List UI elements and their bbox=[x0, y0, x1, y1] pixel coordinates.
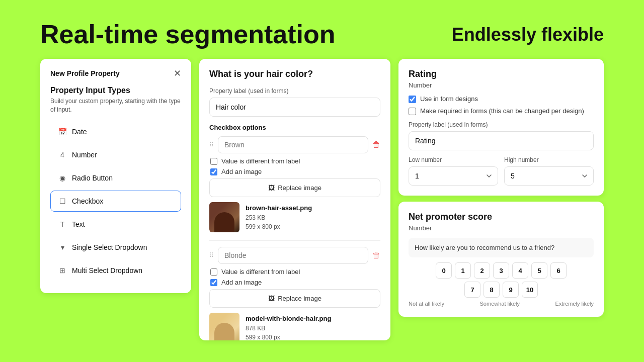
panels-row: New Profile Property ✕ Property Input Ty… bbox=[0, 59, 644, 340]
nps-num-4[interactable]: 4 bbox=[512, 262, 528, 279]
prop-item-radio[interactable]: ◉ Radio Button bbox=[50, 167, 181, 189]
nps-card: Net promoter score Number How likely are… bbox=[398, 202, 604, 317]
nps-num-6[interactable]: 6 bbox=[550, 262, 567, 279]
value-different-row-blonde: Value is different from label bbox=[209, 268, 380, 276]
prop-item-single-select[interactable]: ▾ Single Select Dropdown bbox=[50, 237, 181, 258]
checkbox-options-label: Checkbox options bbox=[209, 124, 380, 131]
image-preview-brown: brown-hair-asset.png 253 KB 599 x 800 px bbox=[209, 202, 380, 232]
dropdown-icon: ▾ bbox=[58, 243, 67, 251]
prop-item-single-select-label: Single Select Dropdown bbox=[72, 243, 147, 251]
nps-num-10[interactable]: 10 bbox=[522, 282, 538, 298]
calendar-icon: 📅 bbox=[58, 128, 67, 136]
main-title: Real-time segmentation bbox=[40, 20, 336, 49]
prop-types-title: Property Input Types bbox=[50, 86, 181, 95]
low-number-label: Low number bbox=[409, 156, 498, 163]
image-info-brown: brown-hair-asset.png 253 KB 599 x 800 px bbox=[246, 203, 312, 231]
panel-header: New Profile Property ✕ bbox=[50, 69, 181, 78]
blonde-hair-thumbnail bbox=[209, 313, 239, 340]
high-number-label: High number bbox=[504, 156, 594, 163]
low-number-field: Low number 1 2 3 bbox=[409, 156, 498, 186]
delete-blonde-button[interactable]: 🗑 bbox=[372, 251, 380, 260]
image-size-brown: 253 KB bbox=[246, 214, 265, 221]
option-row-brown: ⠿ 🗑 bbox=[209, 136, 380, 153]
nps-num-9[interactable]: 9 bbox=[503, 282, 519, 298]
use-in-forms-checkbox[interactable] bbox=[409, 96, 416, 103]
rating-type: Number bbox=[409, 81, 594, 89]
nps-labels: Not at all likely Somewhat likely Extrem… bbox=[409, 301, 594, 307]
prop-item-multi-select[interactable]: ⊞ Multi Select Dropdown bbox=[50, 260, 181, 281]
rating-title: Rating bbox=[409, 69, 594, 79]
option-input-brown[interactable] bbox=[218, 136, 368, 153]
nps-label-right: Extremely likely bbox=[555, 301, 594, 307]
value-different-label-blonde: Value is different from label bbox=[221, 268, 300, 276]
replace-image-label-brown: Replace image bbox=[278, 184, 321, 192]
value-different-row-brown: Value is different from label bbox=[209, 157, 380, 165]
nps-num-1[interactable]: 1 bbox=[455, 262, 471, 279]
nps-num-3[interactable]: 3 bbox=[493, 262, 509, 279]
nps-numbers-row: 0 1 2 3 4 5 6 bbox=[409, 262, 594, 279]
high-number-select[interactable]: 3 4 5 6 7 8 9 10 bbox=[504, 166, 594, 186]
image-preview-blonde: model-with-blonde-hair.png 878 KB 599 x … bbox=[209, 313, 380, 340]
replace-image-button-brown[interactable]: 🖼 Replace image bbox=[209, 178, 380, 197]
subtitle: Endlessly flexible bbox=[452, 24, 604, 45]
prop-item-date[interactable]: 📅 Date bbox=[50, 121, 181, 142]
value-different-label-brown: Value is different from label bbox=[221, 157, 300, 165]
rating-property-label-text: Property label (used in forms) bbox=[409, 121, 594, 128]
right-panel: Rating Number Use in form designs Make r… bbox=[398, 59, 604, 317]
checkbox-icon: ☐ bbox=[58, 197, 67, 205]
nps-type: Number bbox=[409, 224, 594, 232]
add-image-checkbox-blonde[interactable] bbox=[210, 279, 217, 286]
image-size-blonde: 878 KB bbox=[246, 325, 265, 332]
nps-numbers-row-2: 7 8 9 10 bbox=[409, 282, 594, 298]
image-icon-blonde: 🖼 bbox=[268, 295, 275, 302]
close-button[interactable]: ✕ bbox=[174, 69, 181, 78]
replace-image-button-blonde[interactable]: 🖼 Replace image bbox=[209, 289, 380, 308]
prop-item-number[interactable]: 4 Number bbox=[50, 144, 181, 165]
low-number-select[interactable]: 1 2 3 bbox=[409, 166, 498, 186]
prop-item-checkbox[interactable]: ☐ Checkbox bbox=[50, 191, 181, 212]
prop-item-text-label: Text bbox=[72, 220, 85, 228]
prop-item-multi-select-label: Multi Select Dropdown bbox=[72, 266, 142, 275]
drag-handle-brown[interactable]: ⠿ bbox=[209, 141, 214, 148]
value-different-checkbox-brown[interactable] bbox=[210, 158, 217, 165]
panel-question: What is your hair color? bbox=[209, 69, 380, 79]
option-row-blonde: ⠿ 🗑 bbox=[209, 247, 380, 264]
number-range-row: Low number 1 2 3 High number 3 4 5 6 7 bbox=[409, 156, 594, 186]
rating-property-label-input[interactable] bbox=[409, 131, 594, 150]
add-image-label-blonde: Add an image bbox=[221, 279, 262, 286]
nps-num-5[interactable]: 5 bbox=[531, 262, 547, 279]
rating-card: Rating Number Use in form designs Make r… bbox=[398, 59, 604, 196]
option-input-blonde[interactable] bbox=[218, 247, 368, 264]
image-info-blonde: model-with-blonde-hair.png 878 KB 599 x … bbox=[246, 314, 331, 340]
prop-types-desc: Build your custom property, starting wit… bbox=[50, 97, 181, 114]
add-image-row-brown: Add an image bbox=[209, 168, 380, 175]
left-panel: New Profile Property ✕ Property Input Ty… bbox=[40, 59, 191, 293]
prop-item-radio-label: Radio Button bbox=[72, 174, 113, 182]
nps-label-left: Not at all likely bbox=[409, 301, 444, 307]
nps-num-7[interactable]: 7 bbox=[464, 282, 480, 298]
prop-item-date-label: Date bbox=[72, 128, 87, 136]
make-required-checkbox[interactable] bbox=[409, 108, 416, 115]
panel-title: New Profile Property bbox=[50, 69, 120, 77]
image-dims-blonde: 599 x 800 px bbox=[246, 334, 280, 340]
make-required-row: Make required in forms (this can be chan… bbox=[409, 107, 594, 115]
nps-num-2[interactable]: 2 bbox=[474, 262, 490, 279]
prop-item-number-label: Number bbox=[72, 151, 97, 159]
image-name-blonde: model-with-blonde-hair.png bbox=[246, 314, 331, 324]
multi-select-icon: ⊞ bbox=[58, 266, 67, 275]
nps-title: Net promoter score bbox=[409, 212, 594, 222]
nps-num-0[interactable]: 0 bbox=[436, 262, 452, 279]
nps-num-8[interactable]: 8 bbox=[484, 282, 500, 298]
delete-brown-button[interactable]: 🗑 bbox=[372, 140, 380, 149]
drag-handle-blonde[interactable]: ⠿ bbox=[209, 252, 214, 259]
divider-1 bbox=[209, 240, 380, 241]
add-image-checkbox-brown[interactable] bbox=[210, 168, 217, 175]
nps-label-mid: Somewhat likely bbox=[480, 301, 520, 307]
prop-item-text[interactable]: T Text bbox=[50, 214, 181, 235]
value-different-checkbox-blonde[interactable] bbox=[210, 268, 217, 276]
property-label-input[interactable] bbox=[209, 98, 380, 117]
high-number-field: High number 3 4 5 6 7 8 9 10 bbox=[504, 156, 594, 186]
add-image-label-brown: Add an image bbox=[221, 168, 262, 175]
checkbox-option-brown: ⠿ 🗑 Value is different from label Add an… bbox=[209, 136, 380, 232]
use-in-forms-label: Use in form designs bbox=[420, 95, 478, 103]
